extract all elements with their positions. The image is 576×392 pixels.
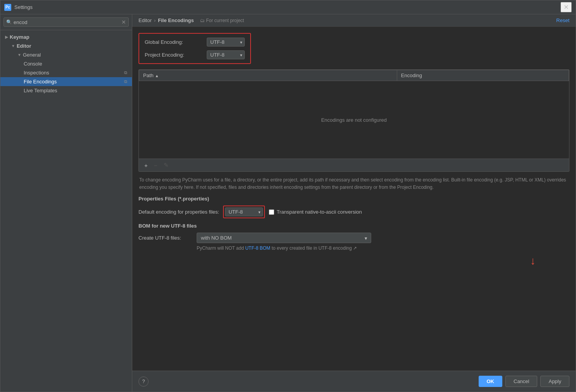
- breadcrumb-editor: Editor: [138, 17, 152, 23]
- search-box: 🔍 ✕: [0, 14, 132, 30]
- project-encoding-select-wrap: UTF-8 UTF-16 ISO-8859-1: [207, 50, 245, 59]
- add-path-button[interactable]: +: [142, 161, 150, 170]
- path-header-label: Path: [143, 73, 154, 78]
- arrow-annotation: ↓: [363, 255, 569, 267]
- reset-link[interactable]: Reset: [556, 17, 569, 23]
- content-area: Global Encoding: UTF-8 UTF-16 ISO-8859-1…: [132, 27, 576, 371]
- properties-encoding-label: Default encoding for properties files:: [138, 209, 219, 215]
- sidebar-item-console[interactable]: Console: [0, 59, 132, 68]
- project-icon: 🗂: [200, 18, 205, 23]
- sidebar-item-label: Console: [24, 61, 42, 67]
- properties-section-title: Properties Files (*.properties): [138, 196, 569, 202]
- apply-button[interactable]: Apply: [540, 376, 569, 387]
- search-input-wrap: 🔍 ✕: [3, 17, 129, 27]
- bom-section-title: BOM for new UTF-8 files: [138, 223, 569, 229]
- bom-create-row: Create UTF-8 files: with NO BOM with BOM: [138, 233, 569, 243]
- path-encoding-table-container: Path Encoding Encodings are not configur…: [138, 69, 569, 172]
- encoding-global-project-box: Global Encoding: UTF-8 UTF-16 ISO-8859-1…: [138, 33, 251, 64]
- bom-note-link[interactable]: UTF-8 BOM: [245, 245, 270, 251]
- copy-icon: ⧉: [124, 70, 127, 75]
- bom-select-wrap: with NO BOM with BOM: [197, 233, 371, 243]
- bom-create-select[interactable]: with NO BOM with BOM: [197, 233, 371, 243]
- properties-encoding-select-wrap: UTF-8 UTF-16 ISO-8859-1: [225, 207, 263, 216]
- sidebar-item-keymap[interactable]: ▶ Keymap: [0, 33, 132, 41]
- help-button[interactable]: ?: [138, 376, 149, 387]
- sidebar-item-label: General: [23, 52, 41, 58]
- sidebar-item-general[interactable]: ▼ General: [0, 50, 132, 59]
- global-encoding-row: Global Encoding: UTF-8 UTF-16 ISO-8859-1: [145, 38, 245, 47]
- cancel-button[interactable]: Cancel: [505, 376, 537, 387]
- remove-path-button[interactable]: −: [152, 161, 160, 170]
- breadcrumb-project-note: 🗂 For current project: [200, 18, 244, 23]
- titlebar: Pc Settings ✕: [0, 0, 576, 14]
- search-icon: 🔍: [6, 19, 12, 25]
- bom-create-label: Create UTF-8 files:: [138, 235, 193, 241]
- right-panel: Editor › File Encodings 🗂 For current pr…: [132, 14, 576, 392]
- breadcrumb-separator: ›: [154, 17, 156, 23]
- expand-arrow: ▼: [11, 44, 15, 48]
- expand-arrow: ▼: [17, 53, 21, 57]
- project-encoding-row: Project Encoding: UTF-8 UTF-16 ISO-8859-…: [145, 50, 245, 59]
- properties-encoding-select[interactable]: UTF-8 UTF-16 ISO-8859-1: [225, 207, 263, 216]
- properties-encoding-row: Default encoding for properties files: U…: [138, 205, 569, 218]
- edit-path-button[interactable]: ✎: [161, 161, 171, 170]
- sidebar-item-label: Editor: [17, 43, 31, 49]
- bottom-bar: ? OK Cancel Apply: [132, 371, 576, 392]
- table-body: Encodings are not configured: [139, 81, 569, 159]
- dialog-title: Settings: [14, 4, 560, 10]
- search-clear-icon[interactable]: ✕: [121, 19, 126, 25]
- path-encoding-table: Path Encoding: [139, 70, 569, 81]
- properties-encoding-red-border: UTF-8 UTF-16 ISO-8859-1: [223, 205, 265, 218]
- sidebar-tree: ▶ Keymap ▼ Editor ▼ General Console: [0, 30, 132, 392]
- sidebar-item-label: Keymap: [10, 34, 29, 40]
- bom-note-suffix: to every created file in UTF-8 encoding …: [272, 245, 357, 251]
- search-input[interactable]: [14, 19, 121, 25]
- global-encoding-select[interactable]: UTF-8 UTF-16 ISO-8859-1: [207, 38, 245, 47]
- sidebar-item-label: Inspections: [24, 70, 49, 76]
- bom-section: BOM for new UTF-8 files Create UTF-8 fil…: [138, 223, 569, 267]
- transparent-conversion-wrap: Transparent native-to-ascii conversion: [269, 209, 362, 215]
- global-encoding-select-wrap: UTF-8 UTF-16 ISO-8859-1: [207, 38, 245, 47]
- sidebar: 🔍 ✕ ▶ Keymap ▼ Editor ▼: [0, 14, 132, 392]
- global-encoding-label: Global Encoding:: [145, 39, 207, 45]
- breadcrumb-current: File Encodings: [158, 17, 194, 23]
- transparent-conversion-label: Transparent native-to-ascii conversion: [277, 209, 362, 215]
- project-encoding-select[interactable]: UTF-8 UTF-16 ISO-8859-1: [207, 50, 245, 59]
- sidebar-item-label: Live Templates: [24, 88, 57, 93]
- project-note-text: For current project: [206, 18, 244, 23]
- close-button[interactable]: ✕: [560, 2, 572, 12]
- bom-note-prefix: PyCharm will NOT add: [197, 245, 245, 251]
- app-icon-label: Pc: [5, 5, 10, 9]
- table-empty-message: Encodings are not configured: [298, 94, 410, 146]
- info-text: To change encoding PyCharm uses for a fi…: [138, 176, 569, 191]
- sidebar-item-live-templates[interactable]: Live Templates: [0, 86, 132, 95]
- sidebar-item-file-encodings[interactable]: File Encodings ⧉: [0, 77, 132, 86]
- red-down-arrow-icon: ↓: [530, 255, 536, 267]
- sidebar-item-inspections[interactable]: Inspections ⧉: [0, 68, 132, 77]
- expand-arrow: ▶: [5, 35, 8, 39]
- sidebar-item-editor[interactable]: ▼ Editor: [0, 41, 132, 50]
- copy-icon: ⧉: [124, 79, 127, 84]
- ok-button[interactable]: OK: [479, 376, 503, 387]
- properties-section: Properties Files (*.properties) Default …: [138, 196, 569, 218]
- table-toolbar: + − ✎: [139, 159, 569, 171]
- settings-dialog: Pc Settings ✕ 🔍 ✕ ▶ Keymap: [0, 0, 576, 392]
- app-icon: Pc: [4, 4, 11, 11]
- encoding-header-label: Encoding: [401, 73, 422, 78]
- bom-note: PyCharm will NOT add UTF-8 BOM to every …: [197, 245, 569, 251]
- main-content: 🔍 ✕ ▶ Keymap ▼ Editor ▼: [0, 14, 576, 392]
- breadcrumb: Editor › File Encodings 🗂 For current pr…: [132, 14, 576, 27]
- project-encoding-label: Project Encoding:: [145, 52, 207, 58]
- sidebar-item-label: File Encodings: [24, 79, 57, 85]
- transparent-conversion-checkbox[interactable]: [269, 209, 274, 215]
- encoding-column-header[interactable]: Encoding: [397, 70, 569, 81]
- path-column-header[interactable]: Path: [139, 70, 397, 81]
